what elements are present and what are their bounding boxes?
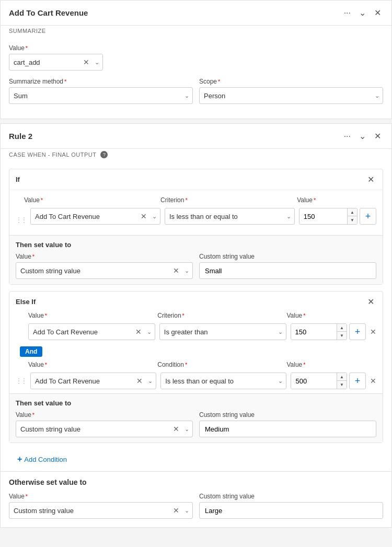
else-if-value-clear2[interactable]: ✕ bbox=[134, 377, 145, 385]
otherwise-value-select[interactable]: Custom string value bbox=[9, 503, 171, 518]
rule2-header-actions: ··· ⌄ ✕ bbox=[342, 130, 383, 142]
else-if-val-add1[interactable]: + bbox=[349, 323, 366, 340]
more-options-button[interactable]: ··· bbox=[342, 7, 353, 19]
else-if-val-spinner2: ▲ ▼ bbox=[337, 373, 347, 389]
method-select[interactable]: Sum bbox=[9, 88, 181, 103]
if-value-select[interactable]: Add To Cart Revenue bbox=[31, 208, 139, 224]
if-val-spin-up[interactable]: ▲ bbox=[348, 208, 357, 216]
else-if-row2-close[interactable]: ✕ bbox=[370, 377, 376, 385]
method-scope-row: Summarize method * Sum ⌄ Scope * Pe bbox=[9, 78, 383, 104]
if-block-close-button[interactable]: ✕ bbox=[365, 173, 376, 185]
rule2-subtitle-row: CASE WHEN - FINAL OUTPUT ? bbox=[1, 149, 391, 162]
drag-handle[interactable]: ⋮⋮ bbox=[16, 216, 26, 225]
rule2-collapse-button[interactable]: ⌄ bbox=[357, 130, 368, 142]
if-criterion-label: Criterion * bbox=[160, 196, 293, 204]
else-if-val-add2[interactable]: + bbox=[349, 373, 366, 389]
else-if-block: Else If ✕ Value * Criterion * Value * bbox=[9, 291, 383, 443]
else-if-value-clear1[interactable]: ✕ bbox=[133, 328, 144, 336]
else-if-header: Else If ✕ bbox=[9, 292, 383, 312]
then-custom-input[interactable] bbox=[199, 262, 376, 279]
if-label: If bbox=[16, 176, 20, 183]
if-val-add-button[interactable]: + bbox=[360, 208, 376, 225]
else-if-val-spin-down1[interactable]: ▼ bbox=[337, 332, 347, 340]
then-fields: Value * Custom string value ✕ ⌄ Cus bbox=[16, 253, 376, 279]
else-if-row1-close[interactable]: ✕ bbox=[370, 328, 376, 336]
if-value-label: Value * bbox=[24, 196, 156, 204]
then-section: Then set value to Value * Custom string … bbox=[9, 235, 383, 284]
else-if-criterion-chevron1: ⌄ bbox=[275, 329, 286, 335]
otherwise-fields: Value * Custom string value ✕ ⌄ Custom s… bbox=[9, 493, 383, 519]
else-if-then-custom-group: Custom string value bbox=[199, 411, 376, 437]
else-if-labels-row1: Value * Criterion * Value * bbox=[16, 312, 376, 321]
else-if-value-select1[interactable]: Add To Cart Revenue bbox=[29, 324, 133, 340]
otherwise-custom-group: Custom string value bbox=[199, 493, 383, 519]
then-custom-group: Custom string value bbox=[199, 253, 376, 279]
method-label: Summarize method * bbox=[9, 78, 193, 85]
panel-subtitle: SUMMARIZE bbox=[1, 26, 391, 38]
rule2-header: Rule 2 ··· ⌄ ✕ bbox=[1, 124, 391, 149]
else-if-then-value-label: Value * bbox=[16, 411, 193, 418]
else-if-value-label1: Value * bbox=[28, 312, 153, 319]
add-condition-button[interactable]: + Add Condition bbox=[9, 451, 75, 467]
rule2-close-button[interactable]: ✕ bbox=[372, 130, 383, 142]
method-chevron-icon: ⌄ bbox=[181, 92, 192, 99]
if-val-input[interactable] bbox=[299, 208, 347, 224]
summarize-body: Value * cart_add ✕ ⌄ Summarize method * bbox=[1, 38, 391, 119]
if-val-input-box: ▲ ▼ bbox=[299, 208, 358, 225]
else-if-then-value-clear[interactable]: ✕ bbox=[171, 425, 181, 433]
add-condition-icon: + bbox=[17, 455, 22, 464]
scope-select[interactable]: Person bbox=[200, 88, 372, 103]
then-value-group: Value * Custom string value ✕ ⌄ bbox=[16, 253, 193, 279]
otherwise-label: Otherwise set value to bbox=[9, 478, 383, 486]
else-if-val-spin-down2[interactable]: ▼ bbox=[337, 381, 347, 389]
collapse-button[interactable]: ⌄ bbox=[357, 7, 368, 19]
else-if-then-value-chevron: ⌄ bbox=[181, 426, 192, 433]
else-if-value-select-wrapper2: Add To Cart Revenue ✕ ⌄ bbox=[30, 373, 156, 389]
drag-handle2[interactable]: ⋮⋮ bbox=[16, 377, 26, 385]
scope-select-wrapper: Person ⌄ bbox=[199, 87, 383, 104]
and-badge: And bbox=[20, 346, 42, 357]
else-if-val-label2: Value * bbox=[286, 361, 362, 368]
value-select-wrapper: cart_add ✕ ⌄ bbox=[9, 54, 103, 71]
otherwise-value-clear[interactable]: ✕ bbox=[171, 506, 181, 515]
value-select[interactable]: cart_add bbox=[9, 54, 81, 70]
else-if-criterion-select-wrapper2: Is less than or equal to ⌄ bbox=[160, 373, 286, 389]
if-criterion-select[interactable]: Is less than or equal to bbox=[165, 208, 283, 224]
else-if-val-input1[interactable] bbox=[291, 324, 337, 340]
else-if-val-spin-up2[interactable]: ▲ bbox=[337, 373, 347, 381]
value-field-group: Value * cart_add ✕ ⌄ bbox=[9, 44, 383, 71]
then-value-clear-button[interactable]: ✕ bbox=[171, 266, 181, 275]
if-val-spin-down[interactable]: ▼ bbox=[348, 216, 357, 224]
if-value-chevron-icon: ⌄ bbox=[149, 213, 160, 220]
value-label: Value * bbox=[9, 44, 383, 52]
if-val-label: Value * bbox=[297, 196, 376, 204]
method-field-group: Summarize method * Sum ⌄ bbox=[9, 78, 193, 104]
if-criterion-select-wrapper: Is less than or equal to ⌄ bbox=[165, 208, 295, 225]
close-panel-button[interactable]: ✕ bbox=[372, 7, 383, 19]
help-icon[interactable]: ? bbox=[100, 151, 108, 158]
else-if-value-select2[interactable]: Add To Cart Revenue bbox=[31, 373, 134, 389]
value-clear-button[interactable]: ✕ bbox=[81, 58, 91, 66]
otherwise-custom-input[interactable] bbox=[199, 502, 383, 519]
else-if-close-button[interactable]: ✕ bbox=[365, 296, 376, 308]
else-if-val-input2[interactable] bbox=[291, 373, 337, 389]
scope-field-group: Scope * Person ⌄ bbox=[199, 78, 383, 104]
else-if-val-spin-up1[interactable]: ▲ bbox=[337, 324, 347, 332]
if-block: If ✕ Value * Criterion * Value * bbox=[9, 169, 383, 285]
else-if-value-chevron2: ⌄ bbox=[145, 378, 156, 385]
rule2-more-button[interactable]: ··· bbox=[342, 131, 353, 142]
if-value-clear-button[interactable]: ✕ bbox=[139, 212, 149, 220]
then-value-select[interactable]: Custom string value bbox=[16, 263, 171, 278]
otherwise-value-label: Value * bbox=[9, 493, 193, 500]
if-val-field: ▲ ▼ + bbox=[299, 208, 376, 225]
rule2-panel: Rule 2 ··· ⌄ ✕ CASE WHEN - FINAL OUTPUT … bbox=[0, 123, 392, 528]
otherwise-value-group: Value * Custom string value ✕ ⌄ bbox=[9, 493, 193, 519]
else-if-val-label1: Value * bbox=[286, 312, 362, 319]
else-if-then-custom-input[interactable] bbox=[199, 421, 376, 437]
else-if-then-value-select[interactable]: Custom string value bbox=[16, 421, 171, 437]
else-if-criterion-select1[interactable]: Is greater than bbox=[160, 324, 275, 340]
otherwise-value-chevron: ⌄ bbox=[181, 507, 192, 514]
summarize-panel: Add To Cart Revenue ··· ⌄ ✕ SUMMARIZE Va… bbox=[0, 0, 392, 119]
else-if-criterion-select2[interactable]: Is less than or equal to bbox=[161, 373, 275, 389]
add-condition-label: Add Condition bbox=[24, 456, 67, 463]
